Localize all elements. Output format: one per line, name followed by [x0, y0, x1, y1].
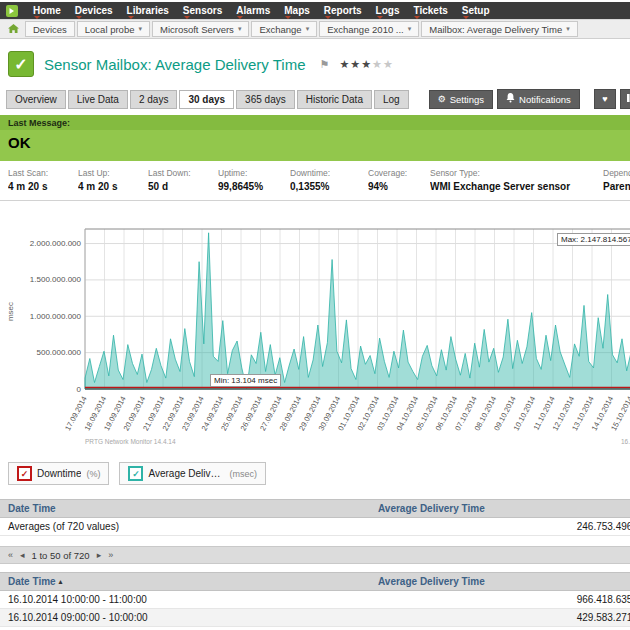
wrench-icon: ⚙	[438, 94, 446, 104]
topnav-item-devices[interactable]: Devices	[68, 5, 120, 16]
summary-table-body: Averages (of 720 values)246.753.496 msec	[0, 518, 630, 536]
pagination-text: 1 to 50 of 720	[32, 550, 90, 561]
star-icon[interactable]: ★	[383, 58, 394, 70]
pause-button[interactable]	[620, 89, 630, 109]
tab-30-days[interactable]: 30 days	[179, 90, 234, 109]
chart-min-annotation: Min: 13.104 msec	[210, 374, 281, 387]
status-field-coverage: Coverage:94%	[368, 168, 430, 192]
status-field-uptime: Uptime:99,8645%	[218, 168, 290, 192]
last-page-icon[interactable]: »	[108, 550, 113, 560]
detail-table-header: Date Time ▴ Average Delivery Time	[0, 572, 630, 591]
checkbox-icon[interactable]: ✓	[128, 466, 143, 481]
legend-item-average-delivery-time[interactable]: ✓Average Delivery Time(msec)	[119, 462, 266, 485]
pagination-bar: « ◂ 1 to 50 of 720 ▸ »	[0, 546, 630, 564]
topnav-item-tickets[interactable]: Tickets	[406, 5, 454, 16]
settings-button[interactable]: ⚙ Settings	[429, 90, 493, 109]
status-value: 4 m 20 s	[78, 181, 148, 192]
checkbox-icon[interactable]: ✓	[17, 466, 32, 481]
table-row[interactable]: 16.10.2014 09:00:00 - 10:00:00429.583.27…	[0, 609, 630, 627]
priority-stars[interactable]: ★★★★★	[339, 58, 393, 71]
table-row[interactable]: Averages (of 720 values)246.753.496 msec	[0, 518, 630, 536]
breadcrumb-label: Exchange 2010 ...	[327, 24, 404, 35]
delivery-time-chart: 0500.000.0001.000.000.0001.500.000.0002.…	[5, 207, 630, 452]
tabs: OverviewLive Data2 days30 days365 daysHi…	[6, 90, 411, 109]
star-icon[interactable]: ★	[372, 58, 383, 70]
svg-text:500.000.000: 500.000.000	[37, 348, 82, 357]
home-icon[interactable]	[4, 20, 23, 38]
breadcrumb-item-mailbox-average-delivery-time[interactable]: Mailbox: Average Delivery Time▾	[421, 21, 577, 37]
star-icon[interactable]: ★	[361, 58, 372, 70]
detail-table: Date Time ▴ Average Delivery Time 16.10.…	[0, 572, 630, 630]
chevron-down-icon: ▾	[306, 25, 310, 33]
svg-text:0: 0	[77, 385, 82, 394]
breadcrumb: DevicesLocal probe▾Microsoft Servers▾Exc…	[0, 19, 630, 39]
topnav-item-alarms[interactable]: Alarms	[229, 5, 277, 16]
page-title: Sensor Mailbox: Average Delivery Time	[44, 56, 306, 73]
column-header-average-delivery-time[interactable]: Average Delivery Time	[378, 503, 630, 514]
status-field-sensor-type: Sensor Type:WMI Exchange Server sensor	[430, 168, 603, 192]
status-value: 4 m 20 s	[8, 181, 78, 192]
last-message-value: OK	[0, 130, 630, 161]
column-header-date-time[interactable]: Date Time ▴	[0, 576, 378, 587]
status-value: 99,8645%	[218, 181, 290, 192]
favorite-button[interactable]: ♥	[594, 89, 616, 109]
status-label: Last Up:	[78, 168, 148, 178]
status-label: Coverage:	[368, 168, 430, 178]
topnav-item-libraries[interactable]: Libraries	[120, 5, 176, 16]
table-row[interactable]: 16.10.2014 10:00:00 - 11:00:00966.418.63…	[0, 591, 630, 609]
chart-card: msec 0500.000.0001.000.000.0001.500.000.…	[5, 207, 630, 452]
legend-item-downtime[interactable]: ✓Downtime(%)	[8, 462, 109, 485]
breadcrumb-item-devices[interactable]: Devices	[25, 21, 75, 37]
status-field-dependency: Dependency:Parent	[603, 168, 630, 192]
cell-value: 246.753.496 msec	[378, 521, 630, 532]
sort-asc-icon: ▴	[59, 578, 63, 586]
cell-date-time: 16.10.2014 10:00:00 - 11:00:00	[0, 594, 378, 605]
breadcrumb-item-exchange[interactable]: Exchange▾	[251, 21, 317, 37]
tab-2-days[interactable]: 2 days	[130, 90, 177, 109]
status-label: Dependency:	[603, 168, 630, 178]
breadcrumb-item-microsoft-servers[interactable]: Microsoft Servers▾	[152, 21, 249, 37]
tab-live-data[interactable]: Live Data	[68, 90, 128, 109]
column-header-date-time[interactable]: Date Time	[0, 503, 378, 514]
first-page-icon[interactable]: «	[8, 550, 13, 560]
status-field-last-up: Last Up:4 m 20 s	[78, 168, 148, 192]
status-field-last-scan: Last Scan:4 m 20 s	[8, 168, 78, 192]
status-label: Last Scan:	[8, 168, 78, 178]
topnav-item-logs[interactable]: Logs	[369, 5, 407, 16]
breadcrumb-item-local-probe[interactable]: Local probe▾	[77, 21, 150, 37]
status-value: 50 d	[148, 181, 218, 192]
bell-icon	[506, 93, 515, 105]
prev-page-icon[interactable]: ◂	[20, 550, 25, 560]
topnav-item-sensors[interactable]: Sensors	[176, 5, 229, 16]
breadcrumb-items: DevicesLocal probe▾Microsoft Servers▾Exc…	[23, 20, 578, 38]
breadcrumb-label: Local probe	[85, 24, 135, 35]
prtg-logo-icon[interactable]	[6, 5, 18, 17]
star-icon[interactable]: ★	[350, 58, 361, 70]
cell-value: 429.583.271 msec	[378, 612, 630, 623]
title-bar: ✓ Sensor Mailbox: Average Delivery Time …	[0, 39, 630, 85]
notifications-button[interactable]: Notifications	[497, 89, 580, 109]
last-message-banner: Last Message: OK	[0, 115, 630, 161]
status-value: 0,1355%	[290, 181, 368, 192]
notifications-label: Notifications	[519, 94, 571, 105]
topnav-item-home[interactable]: Home	[26, 5, 68, 16]
topnav-item-reports[interactable]: Reports	[317, 5, 369, 16]
svg-text:1.000.000.000: 1.000.000.000	[30, 312, 82, 321]
status-label: Downtime:	[290, 168, 368, 178]
cell-value: 966.418.635 msec	[378, 594, 630, 605]
next-page-icon[interactable]: ▸	[97, 550, 102, 560]
chevron-down-icon: ▾	[566, 25, 570, 33]
breadcrumb-label: Devices	[33, 24, 67, 35]
priority-flag-icon[interactable]: ⚑	[320, 58, 330, 71]
column-header-label: Date Time	[8, 576, 56, 587]
tab-365-days[interactable]: 365 days	[236, 90, 295, 109]
status-label: Sensor Type:	[430, 168, 603, 178]
column-header-average-delivery-time[interactable]: Average Delivery Time	[378, 576, 630, 587]
star-icon[interactable]: ★	[339, 58, 350, 70]
tab-overview[interactable]: Overview	[6, 90, 66, 109]
breadcrumb-item-exchange-2010[interactable]: Exchange 2010 ...▾	[319, 21, 419, 37]
topnav-item-maps[interactable]: Maps	[277, 5, 317, 16]
tab-historic-data[interactable]: Historic Data	[297, 90, 372, 109]
topnav-item-setup[interactable]: Setup	[455, 5, 497, 16]
tab-log[interactable]: Log	[374, 90, 409, 109]
